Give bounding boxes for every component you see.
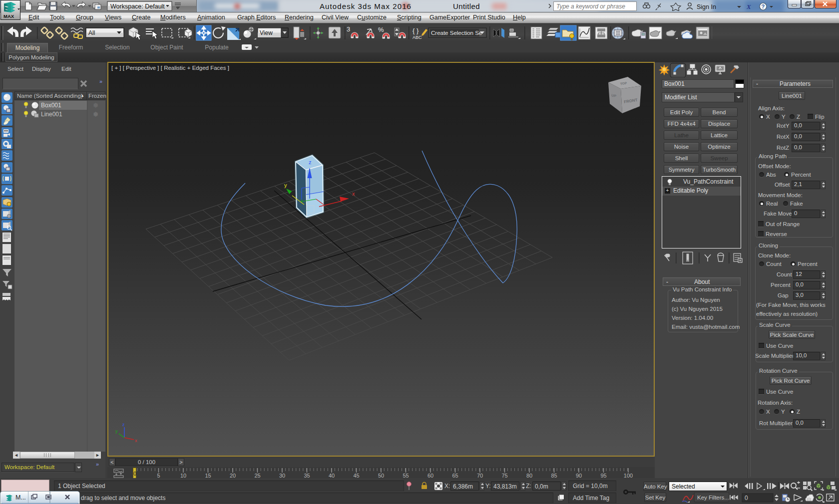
svg-text:MAX: MAX xyxy=(3,13,14,19)
svg-text:z: z xyxy=(122,422,125,427)
svg-text:Workspace: Default: Workspace: Default xyxy=(110,3,165,10)
svg-text:y: y xyxy=(284,182,287,188)
svg-text:?: ? xyxy=(762,3,765,9)
svg-text:Create Selection Se: Create Selection Se xyxy=(431,30,482,36)
svg-text:x: x xyxy=(352,191,355,197)
svg-text:View: View xyxy=(260,29,273,36)
svg-text:ABC: ABC xyxy=(413,35,422,40)
svg-text:z: z xyxy=(309,159,312,165)
svg-text:%: % xyxy=(378,26,384,33)
svg-text:All: All xyxy=(88,29,95,36)
svg-text:3: 3 xyxy=(347,25,350,33)
svg-text:y: y xyxy=(115,429,118,434)
svg-text:Sign In: Sign In xyxy=(697,3,716,10)
svg-text:X: X xyxy=(746,3,751,10)
svg-text:x: x xyxy=(135,438,137,443)
svg-text:{ }: { } xyxy=(413,27,419,34)
svg-text:Key Filters...: Key Filters... xyxy=(697,495,729,501)
svg-text:0: 0 xyxy=(745,495,748,502)
